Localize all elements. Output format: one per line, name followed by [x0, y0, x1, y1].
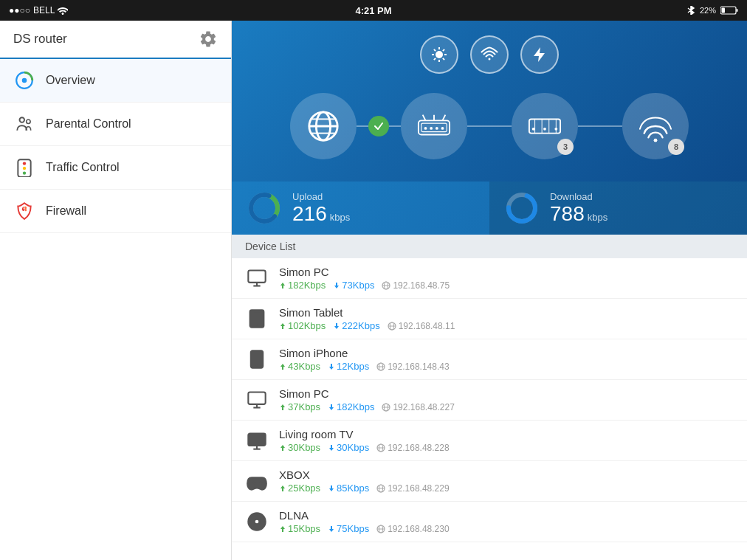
svg-line-19 — [443, 49, 444, 51]
list-item[interactable]: XBOX 25Kbps 85Kbps 192.168.48.229 — [232, 461, 747, 502]
device-upload: 37Kbps — [279, 401, 320, 412]
svg-rect-73 — [248, 434, 265, 446]
device-stats: 43Kbps 12Kbps 192.168.148.43 — [279, 361, 450, 372]
list-item[interactable]: Simon PC 37Kbps 182Kbps 192.168.48.227 — [232, 380, 747, 421]
list-item[interactable]: Living room TV 30Kbps 30Kbps 192.168.48.… — [232, 421, 747, 461]
wifi-button[interactable] — [470, 35, 509, 74]
wifi-status-icon — [58, 6, 68, 15]
sidebar-item-parental-control[interactable]: Parental Control — [0, 103, 231, 146]
svg-line-28 — [423, 115, 426, 121]
sidebar: DS router Overview — [0, 21, 232, 560]
device-icon — [245, 388, 269, 412]
signal-dots: ●●○○ — [9, 5, 30, 15]
device-ip: 192.168.48.227 — [382, 402, 454, 412]
overview-label: Overview — [46, 74, 95, 87]
device-stats: 30Kbps 30Kbps 192.168.48.228 — [279, 442, 450, 453]
device-icon — [245, 469, 269, 493]
sidebar-item-firewall[interactable]: Firewall — [0, 190, 231, 233]
bluetooth-icon — [686, 6, 695, 15]
network-diagram: 3 8 — [254, 86, 725, 167]
svg-point-81 — [260, 481, 261, 483]
device-info: Simon PC 37Kbps 182Kbps 192.168.48.227 — [279, 387, 455, 412]
device-upload: 43Kbps — [279, 361, 320, 372]
device-ip: 192.168.48.228 — [376, 443, 449, 453]
svg-point-41 — [543, 128, 546, 131]
list-item[interactable]: Simon Tablet 102Kbps 222Kbps 192.168.48.… — [232, 299, 747, 339]
device-name: Simon PC — [279, 387, 455, 400]
svg-rect-26 — [419, 120, 450, 134]
sidebar-item-traffic-control[interactable]: Traffic Control — [0, 146, 231, 190]
upload-number: 216 — [292, 202, 327, 226]
svg-point-8 — [23, 162, 26, 165]
svg-point-88 — [255, 520, 259, 524]
device-download: 182Kbps — [328, 401, 374, 412]
list-item[interactable]: DLNA 15Kbps 75Kbps 192.168.48.230 — [232, 502, 747, 542]
device-name: Simon Tablet — [279, 306, 455, 319]
svg-rect-1 — [737, 9, 738, 12]
settings-icon[interactable] — [199, 30, 218, 49]
device-list-title: Device List — [245, 241, 295, 252]
download-unit: kbps — [588, 212, 607, 223]
upload-info: Upload 216 kbps — [292, 191, 350, 226]
battery-label: 22% — [700, 6, 716, 15]
device-info: Simon iPhone 43Kbps 12Kbps 192.168.148.4… — [279, 347, 450, 372]
switch-badge: 3 — [557, 139, 574, 155]
upload-stat: Upload 216 kbps — [232, 182, 489, 235]
wireless-node: 8 — [622, 93, 689, 159]
router-node — [401, 93, 467, 159]
svg-rect-2 — [722, 8, 726, 13]
carrier-label: BELL — [33, 5, 55, 15]
svg-rect-35 — [529, 119, 560, 133]
device-info: Simon PC 182Kbps 73Kbps 192.168.48.75 — [279, 266, 450, 291]
parental-control-label: Parental Control — [46, 117, 131, 131]
device-list-header: Device List — [232, 235, 747, 258]
sidebar-header: DS router — [0, 21, 231, 59]
download-info: Download 788 kbps — [550, 191, 607, 226]
download-label: Download — [550, 191, 607, 202]
svg-point-11 — [436, 51, 443, 58]
device-upload: 30Kbps — [279, 442, 320, 453]
device-name: Living room TV — [279, 428, 450, 440]
svg-point-20 — [489, 58, 491, 61]
flash-button[interactable] — [520, 35, 559, 74]
connection-check — [368, 116, 389, 136]
device-icon — [245, 307, 269, 331]
device-stats: 15Kbps 75Kbps 192.168.48.230 — [279, 523, 450, 534]
line-3 — [578, 125, 622, 127]
traffic-control-icon — [13, 156, 35, 179]
brightness-button[interactable] — [420, 35, 458, 74]
upload-value: 216 kbps — [292, 202, 350, 226]
svg-point-10 — [23, 171, 26, 174]
line-with-check — [357, 125, 401, 127]
device-ip: 192.168.148.43 — [376, 362, 449, 372]
parental-control-icon — [13, 113, 35, 135]
download-donut — [504, 190, 540, 226]
device-name: XBOX — [279, 469, 450, 481]
device-ip: 192.168.48.75 — [382, 280, 450, 291]
svg-point-43 — [654, 139, 658, 142]
device-stats: 182Kbps 73Kbps 192.168.48.75 — [279, 280, 450, 291]
overview-icon — [13, 69, 35, 91]
sidebar-item-overview[interactable]: Overview — [0, 59, 231, 103]
device-icon — [245, 266, 269, 290]
device-download: 73Kbps — [333, 280, 374, 291]
svg-rect-49 — [248, 271, 265, 283]
device-upload: 15Kbps — [279, 523, 320, 534]
device-upload: 25Kbps — [279, 483, 320, 494]
svg-line-16 — [434, 49, 436, 51]
upload-label: Upload — [292, 191, 350, 202]
download-value: 788 kbps — [550, 202, 607, 226]
svg-point-40 — [532, 128, 535, 131]
svg-point-34 — [441, 127, 444, 130]
device-download: 12Kbps — [328, 361, 369, 372]
device-download: 85Kbps — [328, 483, 369, 494]
status-bar-right: 22% — [686, 6, 738, 15]
list-item[interactable]: Simon iPhone 43Kbps 12Kbps 192.168.148.4… — [232, 339, 747, 380]
svg-point-4 — [22, 78, 27, 83]
list-item[interactable]: Simon PC 182Kbps 73Kbps 192.168.48.75 — [232, 258, 747, 299]
device-stats: 102Kbps 222Kbps 192.168.48.11 — [279, 320, 455, 331]
battery-icon — [720, 6, 738, 15]
status-bar: ●●○○ BELL 4:21 PM 22% — [0, 0, 747, 21]
device-info: Simon Tablet 102Kbps 222Kbps 192.168.48.… — [279, 306, 455, 331]
svg-rect-67 — [248, 393, 265, 404]
